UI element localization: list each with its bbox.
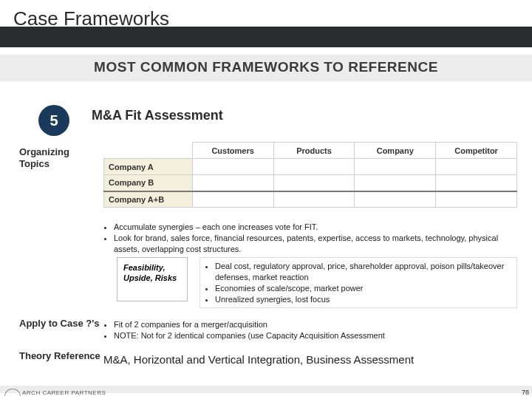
subtitle: MOST COMMON FRAMEWORKS TO REFERENCE xyxy=(0,59,532,75)
col-competitor: Competitor xyxy=(436,143,517,159)
table-row: Company A xyxy=(104,159,517,175)
list-item: Unrealized synergies, lost focus xyxy=(215,294,512,305)
list-item: Economies of scale/scope, market power xyxy=(215,283,512,294)
page-title: Case Frameworks xyxy=(13,7,169,30)
list-item: Deal cost, regulatory approval, price, s… xyxy=(215,261,512,283)
list-item: Accumulate synergies – each one increase… xyxy=(114,222,517,233)
theory-text: M&A, Horizontal and Vertical Integration… xyxy=(103,353,517,366)
row-company-a: Company A xyxy=(104,159,193,175)
slide: Case Frameworks MOST COMMON FRAMEWORKS T… xyxy=(0,0,532,399)
list-item: Look for brand, sales force, financial r… xyxy=(114,233,517,255)
list-item: Fit of 2 companies for a merger/acquisit… xyxy=(114,319,517,330)
row-company-ab: Company A+B xyxy=(104,191,193,208)
list-item: NOTE: Not for 2 identical companies (use… xyxy=(114,330,517,341)
apply-bullets: Fit of 2 companies for a merger/acquisit… xyxy=(103,319,517,341)
feasibility-notes: Deal cost, regulatory approval, price, s… xyxy=(200,257,517,308)
fit-matrix: Customers Products Company Competitor Co… xyxy=(103,142,517,208)
page-number: 78 xyxy=(522,389,529,396)
col-company: Company xyxy=(355,143,436,159)
framework-number-badge: 5 xyxy=(38,105,69,136)
label-organizing-topics: Organizing Topics xyxy=(19,146,100,171)
arch-icon xyxy=(4,389,21,396)
label-theory-reference: Theory Reference xyxy=(19,350,100,362)
framework-title: M&A Fit Assessment xyxy=(92,108,223,123)
footer-logo: ARCH CAREER PARTNERS xyxy=(4,389,106,396)
label-apply-to-case: Apply to Case ?'s xyxy=(19,318,100,330)
synergy-bullets: Accumulate synergies – each one increase… xyxy=(103,222,517,255)
title-bar: Case Frameworks xyxy=(0,0,532,47)
feasibility-box: Feasibility, Upside, Risks xyxy=(117,257,188,301)
logo-text: ARCH CAREER PARTNERS xyxy=(22,389,106,396)
matrix-blank-corner xyxy=(104,143,193,159)
table-header-row: Customers Products Company Competitor xyxy=(104,143,517,159)
col-products: Products xyxy=(273,143,355,159)
row-company-b: Company B xyxy=(104,175,193,191)
table-row: Company B xyxy=(104,175,517,191)
col-customers: Customers xyxy=(192,143,273,159)
table-row: Company A+B xyxy=(104,191,517,208)
